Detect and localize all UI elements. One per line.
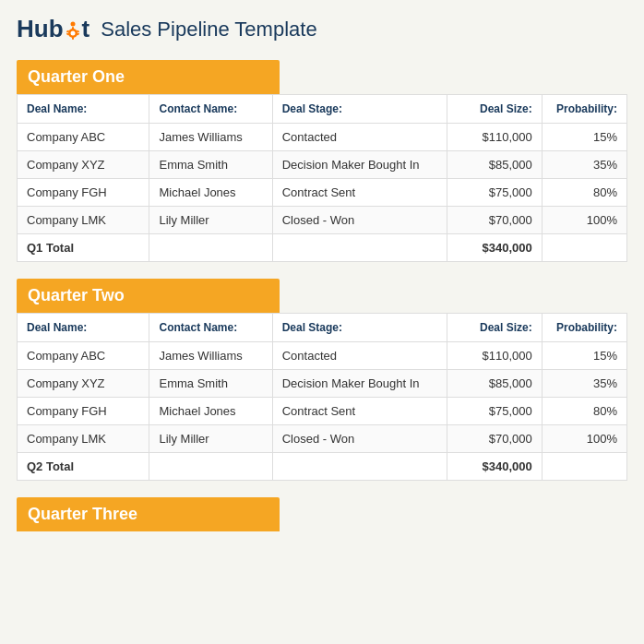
cell-q2-0-2: Contacted (272, 342, 447, 370)
col-header-q1-4: Probability: (542, 95, 626, 124)
page: Hub t Sales (0, 0, 644, 563)
cell-q1-0-2: Contacted (272, 124, 447, 151)
hubspot-logo: Hub t (17, 15, 89, 43)
quarter-header-q3: Quarter Three (17, 497, 280, 531)
table-row: Company FGHMichael JonesContract Sent$75… (18, 179, 627, 207)
cell-q1-0-3: $110,000 (447, 124, 542, 151)
total-cell-q2-1 (149, 453, 272, 481)
cell-q2-3-1: Lily Miller (149, 425, 272, 453)
quarter-title-q3: Quarter Three (28, 505, 137, 523)
cell-q2-1-0: Company XYZ (18, 370, 149, 398)
quarter-title-q2: Quarter Two (28, 286, 125, 304)
table-row: Company XYZEmma SmithDecision Maker Boug… (18, 151, 627, 179)
page-header: Hub t Sales (17, 15, 627, 43)
total-cell-q2-4 (542, 453, 626, 481)
table-row: Company ABCJames WilliamsContacted$110,0… (18, 124, 627, 151)
total-cell-q2-0: Q2 Total (18, 453, 149, 481)
cell-q1-1-0: Company XYZ (18, 151, 149, 179)
svg-point-1 (70, 30, 75, 35)
table-row: Company FGHMichael JonesContract Sent$75… (18, 398, 627, 425)
cell-q1-2-4: 80% (542, 179, 626, 207)
total-cell-q1-2 (272, 234, 447, 262)
cell-q2-2-0: Company FGH (18, 398, 149, 425)
cell-q2-3-3: $70,000 (447, 425, 542, 453)
table-row: Company LMKLily MillerClosed - Won$70,00… (18, 425, 627, 453)
total-cell-q1-4 (542, 234, 626, 262)
total-cell-q2-3: $340,000 (447, 453, 542, 481)
cell-q1-3-0: Company LMK (18, 207, 149, 234)
cell-q2-0-3: $110,000 (447, 342, 542, 370)
svg-rect-2 (72, 27, 74, 30)
cell-q1-2-1: Michael Jones (149, 179, 272, 207)
page-title: Sales Pipeline Template (101, 18, 316, 42)
cell-q1-1-4: 35% (542, 151, 626, 179)
col-header-q1-2: Deal Stage: (272, 95, 447, 124)
quarter-section-q2: Quarter TwoDeal Name:Contact Name:Deal S… (17, 279, 627, 481)
quarter-title-q1: Quarter One (28, 67, 125, 86)
logo-pot-text: t (82, 15, 90, 43)
col-header-q1-0: Deal Name: (18, 95, 149, 124)
cell-q1-2-0: Company FGH (18, 179, 149, 207)
cell-q2-3-2: Closed - Won (272, 425, 447, 453)
cell-q1-2-2: Contract Sent (272, 179, 447, 207)
cell-q1-3-2: Closed - Won (272, 207, 447, 234)
table-row: Company LMKLily MillerClosed - Won$70,00… (18, 207, 627, 234)
table-q2: Deal Name:Contact Name:Deal Stage:Deal S… (17, 313, 627, 481)
cell-q2-3-4: 100% (542, 425, 626, 453)
col-header-q2-2: Deal Stage: (272, 314, 447, 342)
col-header-q2-1: Contact Name: (149, 314, 272, 342)
cell-q2-1-4: 35% (542, 370, 626, 398)
cell-q1-2-3: $75,000 (447, 179, 542, 207)
quarter-section-q1: Quarter OneDeal Name:Contact Name:Deal S… (17, 60, 627, 262)
table-q1: Deal Name:Contact Name:Deal Stage:Deal S… (17, 94, 627, 262)
logo-icon (64, 18, 82, 43)
svg-rect-3 (72, 37, 74, 40)
quarters-container: Quarter OneDeal Name:Contact Name:Deal S… (17, 60, 627, 531)
cell-q2-2-4: 80% (542, 398, 626, 425)
quarter-section-q3: Quarter Three (17, 497, 627, 531)
cell-q1-0-0: Company ABC (18, 124, 149, 151)
col-header-q2-4: Probability: (542, 314, 626, 342)
cell-q1-1-2: Decision Maker Bought In (272, 151, 447, 179)
cell-q1-3-1: Lily Miller (149, 207, 272, 234)
cell-q1-1-3: $85,000 (447, 151, 542, 179)
cell-q2-1-3: $85,000 (447, 370, 542, 398)
total-row-q1: Q1 Total$340,000 (18, 234, 627, 262)
table-row: Company XYZEmma SmithDecision Maker Boug… (18, 370, 627, 398)
quarter-header-q1: Quarter One (17, 60, 280, 94)
cell-q1-1-1: Emma Smith (149, 151, 272, 179)
total-cell-q1-1 (149, 234, 272, 262)
col-header-q1-1: Contact Name: (149, 95, 272, 124)
col-header-q2-3: Deal Size: (447, 314, 542, 342)
total-cell-q1-0: Q1 Total (18, 234, 149, 262)
total-row-q2: Q2 Total$340,000 (18, 453, 627, 481)
cell-q2-1-1: Emma Smith (149, 370, 272, 398)
col-header-q1-3: Deal Size: (447, 95, 542, 124)
cell-q2-2-3: $75,000 (447, 398, 542, 425)
table-row: Company ABCJames WilliamsContacted$110,0… (18, 342, 627, 370)
cell-q1-3-4: 100% (542, 207, 626, 234)
total-cell-q1-3: $340,000 (447, 234, 542, 262)
svg-point-8 (70, 21, 75, 26)
cell-q2-2-2: Contract Sent (272, 398, 447, 425)
cell-q2-0-0: Company ABC (18, 342, 149, 370)
cell-q2-0-1: James Williams (149, 342, 272, 370)
quarter-header-q2: Quarter Two (17, 279, 280, 313)
total-cell-q2-2 (272, 453, 447, 481)
logo-hub-text: Hub (17, 15, 64, 43)
col-header-q2-0: Deal Name: (18, 314, 149, 342)
cell-q1-3-3: $70,000 (447, 207, 542, 234)
cell-q1-0-1: James Williams (149, 124, 272, 151)
cell-q2-0-4: 15% (542, 342, 626, 370)
cell-q2-3-0: Company LMK (18, 425, 149, 453)
cell-q1-0-4: 15% (542, 124, 626, 151)
cell-q2-2-1: Michael Jones (149, 398, 272, 425)
cell-q2-1-2: Decision Maker Bought In (272, 370, 447, 398)
